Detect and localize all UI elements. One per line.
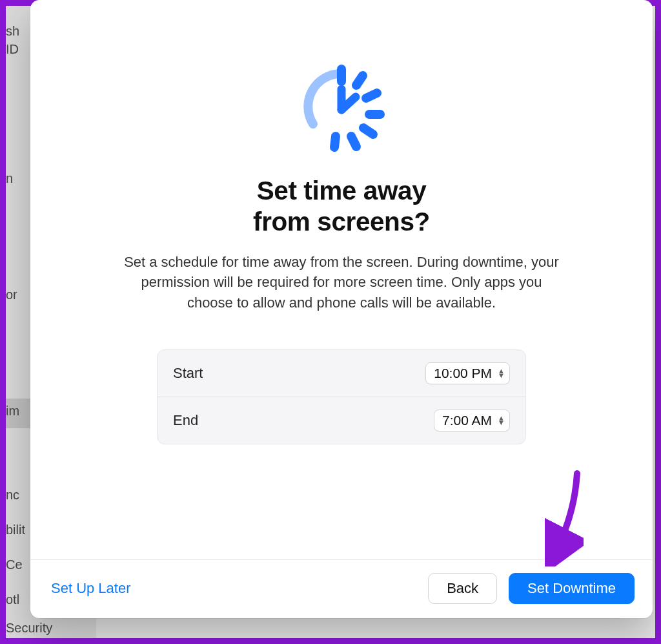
- svg-line-1: [356, 76, 363, 85]
- dialog-title: Set time away from screens?: [253, 176, 430, 238]
- stepper-icon[interactable]: ▲▼: [497, 416, 505, 425]
- bg-text: bilit: [6, 523, 25, 537]
- downtime-clock-icon: [293, 58, 390, 158]
- dialog-description: Set a schedule for time away from the sc…: [122, 252, 561, 314]
- start-time-value: 10:00 PM: [434, 366, 492, 381]
- stepper-icon[interactable]: ▲▼: [497, 369, 505, 378]
- bg-text: n: [6, 171, 13, 186]
- schedule-start-row: Start 10:00 PM ▲▼: [158, 350, 525, 397]
- bg-text: otl: [6, 592, 19, 607]
- end-time-picker[interactable]: 7:00 AM ▲▼: [434, 410, 510, 431]
- schedule-box: Start 10:00 PM ▲▼ End 7:00 AM ▲▼: [157, 349, 526, 444]
- svg-line-4: [363, 128, 373, 134]
- downtime-dialog: Set time away from screens? Set a schedu…: [30, 0, 653, 618]
- bg-text: im: [6, 404, 19, 419]
- set-downtime-button[interactable]: Set Downtime: [509, 573, 635, 604]
- svg-line-6: [334, 136, 336, 147]
- start-time-picker[interactable]: 10:00 PM ▲▼: [425, 362, 510, 384]
- dialog-footer: Set Up Later Back Set Downtime: [30, 559, 653, 618]
- bg-text: ID: [6, 42, 19, 57]
- end-label: End: [173, 412, 198, 429]
- end-time-value: 7:00 AM: [442, 413, 492, 428]
- set-up-later-button[interactable]: Set Up Later: [48, 576, 134, 601]
- svg-line-2: [366, 93, 377, 98]
- bg-text: or: [6, 287, 17, 302]
- bg-text: Ce: [6, 557, 23, 572]
- schedule-end-row: End 7:00 AM ▲▼: [158, 397, 525, 444]
- start-label: Start: [173, 365, 203, 382]
- svg-line-5: [351, 136, 356, 147]
- bg-text: sh: [6, 24, 19, 39]
- back-button[interactable]: Back: [428, 573, 497, 604]
- bg-text: Security: [6, 621, 52, 636]
- dialog-content: Set time away from screens? Set a schedu…: [30, 0, 653, 559]
- bg-text: nc: [6, 488, 19, 503]
